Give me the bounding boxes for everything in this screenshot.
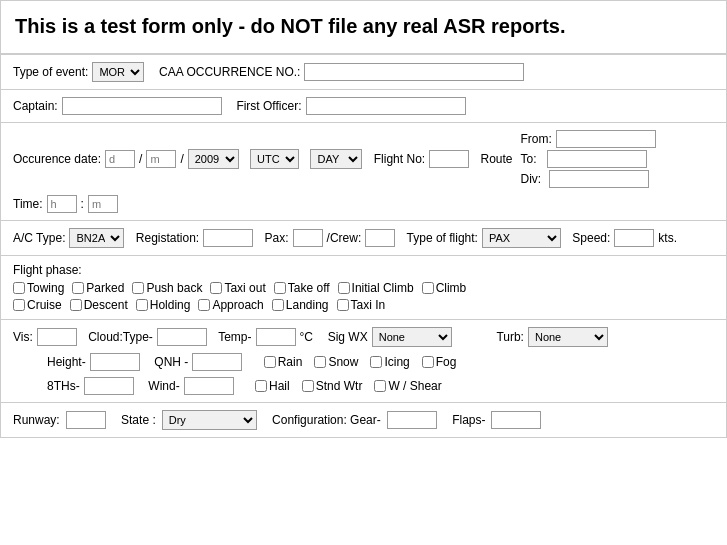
- approach-checkbox[interactable]: [198, 299, 210, 311]
- speed-suffix: kts.: [658, 231, 677, 245]
- cb-rain: Rain: [264, 355, 303, 369]
- climb-checkbox[interactable]: [422, 282, 434, 294]
- sig-wx-select[interactable]: None TS FZ SQ FC: [372, 327, 452, 347]
- flight-phase-section: Flight phase: Towing Parked Push back Ta…: [1, 256, 726, 320]
- flight-type-select[interactable]: PAX CARGO TRAINING: [482, 228, 561, 248]
- utc-select[interactable]: UTC LT: [250, 149, 299, 169]
- flight-no-input[interactable]: [429, 150, 469, 168]
- vis-label: Vis:: [13, 330, 33, 344]
- ac-type-select[interactable]: BN2A C172 PA28: [69, 228, 124, 248]
- temp-label: Temp-: [218, 330, 251, 344]
- cb-icing: Icing: [370, 355, 409, 369]
- flight-phase-title: Flight phase:: [13, 263, 714, 277]
- date-label: Occurence date:: [13, 152, 101, 166]
- flight-no-label: Flight No:: [374, 152, 425, 166]
- cruise-checkbox[interactable]: [13, 299, 25, 311]
- turb-select[interactable]: None Light Moderate Severe: [528, 327, 608, 347]
- form-container: This is a test form only - do NOT file a…: [0, 0, 727, 438]
- parked-checkbox[interactable]: [72, 282, 84, 294]
- rain-checkbox[interactable]: [264, 356, 276, 368]
- event-type-section: Type of event: MOR NOR ASR CAA OCCURRENC…: [1, 55, 726, 90]
- turb-label: Turb:: [496, 330, 524, 344]
- height-label: Height-: [47, 355, 86, 369]
- route-block: From: To: Div:: [521, 130, 656, 188]
- day-input[interactable]: [105, 150, 135, 168]
- takeoff-checkbox[interactable]: [274, 282, 286, 294]
- vis-input[interactable]: [37, 328, 77, 346]
- crew-section: Captain: First Officer:: [1, 90, 726, 123]
- caa-label: CAA OCCURRENCE NO.:: [159, 65, 300, 79]
- initialclimb-checkbox[interactable]: [338, 282, 350, 294]
- caa-occurrence-input[interactable]: [304, 63, 524, 81]
- landing-checkbox[interactable]: [272, 299, 284, 311]
- taxiin-checkbox[interactable]: [337, 299, 349, 311]
- taxiout-checkbox[interactable]: [210, 282, 222, 294]
- cb-takeoff: Take off: [274, 281, 330, 295]
- cb-snow: Snow: [314, 355, 358, 369]
- cb-landing: Landing: [272, 298, 329, 312]
- year-select[interactable]: 2009 2010 2011: [188, 149, 239, 169]
- gear-input[interactable]: [387, 411, 437, 429]
- holding-checkbox[interactable]: [136, 299, 148, 311]
- cloud-type-input[interactable]: [157, 328, 207, 346]
- cb-towing: Towing: [13, 281, 64, 295]
- fog-checkbox[interactable]: [422, 356, 434, 368]
- cb-hail: Hail: [255, 379, 290, 393]
- to-label: To:: [521, 152, 537, 166]
- state-select[interactable]: Dry Wet Contaminated: [162, 410, 257, 430]
- wind-label: Wind-: [148, 379, 179, 393]
- speed-input[interactable]: [614, 229, 654, 247]
- descent-checkbox[interactable]: [70, 299, 82, 311]
- from-input[interactable]: [556, 130, 656, 148]
- flaps-input[interactable]: [491, 411, 541, 429]
- height-input[interactable]: [90, 353, 140, 371]
- div-input[interactable]: [549, 170, 649, 188]
- cb-taxiin: Taxi In: [337, 298, 386, 312]
- month-input[interactable]: [146, 150, 176, 168]
- cb-taxiout: Taxi out: [210, 281, 265, 295]
- stnd-wtr-checkbox[interactable]: [302, 380, 314, 392]
- w-shear-checkbox[interactable]: [374, 380, 386, 392]
- captain-label: Captain:: [13, 99, 58, 113]
- qnh-input[interactable]: [192, 353, 242, 371]
- cb-w-shear: W / Shear: [374, 379, 441, 393]
- registration-input[interactable]: [203, 229, 253, 247]
- temp-input[interactable]: [256, 328, 296, 346]
- crew-input[interactable]: [365, 229, 395, 247]
- occurrence-section: Occurence date: / / 2009 2010 2011 UTC L…: [1, 123, 726, 221]
- eighths-label: 8THs-: [47, 379, 80, 393]
- qnh-label: QNH -: [154, 355, 188, 369]
- cb-climb: Climb: [422, 281, 467, 295]
- hour-input[interactable]: [47, 195, 77, 213]
- to-input[interactable]: [547, 150, 647, 168]
- warning-section: This is a test form only - do NOT file a…: [1, 1, 726, 55]
- from-label: From:: [521, 132, 552, 146]
- runway-input[interactable]: [66, 411, 106, 429]
- cloud-type-label: Cloud:Type-: [88, 330, 153, 344]
- state-label: State :: [121, 413, 156, 427]
- snow-checkbox[interactable]: [314, 356, 326, 368]
- cb-cruise: Cruise: [13, 298, 62, 312]
- eighths-input[interactable]: [84, 377, 134, 395]
- first-officer-input[interactable]: [306, 97, 466, 115]
- sig-wx-label: Sig WX: [328, 330, 368, 344]
- minute-input[interactable]: [88, 195, 118, 213]
- icing-checkbox[interactable]: [370, 356, 382, 368]
- towing-checkbox[interactable]: [13, 282, 25, 294]
- wind-input[interactable]: [184, 377, 234, 395]
- pushback-checkbox[interactable]: [132, 282, 144, 294]
- hail-checkbox[interactable]: [255, 380, 267, 392]
- time-label: Time:: [13, 197, 43, 211]
- captain-input[interactable]: [62, 97, 222, 115]
- event-type-label: Type of event:: [13, 65, 88, 79]
- crew-label: /Crew:: [327, 231, 362, 245]
- div-label: Div:: [521, 172, 542, 186]
- cb-descent: Descent: [70, 298, 128, 312]
- cb-fog: Fog: [422, 355, 457, 369]
- pax-input[interactable]: [293, 229, 323, 247]
- cb-stnd-wtr: Stnd Wtr: [302, 379, 363, 393]
- event-type-select[interactable]: MOR NOR ASR: [92, 62, 144, 82]
- first-officer-label: First Officer:: [236, 99, 301, 113]
- day-select[interactable]: DAY MON TUE WED THU FRI SAT SUN: [310, 149, 362, 169]
- temp-suffix: °C: [300, 330, 313, 344]
